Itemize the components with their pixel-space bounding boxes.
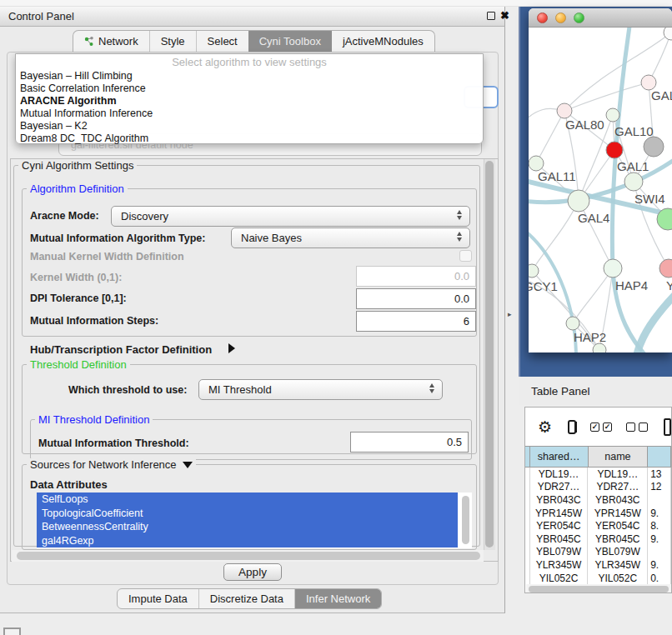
tab-style[interactable]: Style (149, 31, 196, 52)
list-scrollbar[interactable] (462, 496, 469, 544)
network-window-titlebar[interactable] (529, 8, 672, 28)
bottom-tab-impute-data[interactable]: Impute Data (118, 589, 198, 608)
table-cell: YER054C (530, 519, 589, 532)
table-panel-titlebar[interactable]: Table Panel (519, 377, 672, 405)
dpi-tolerance-input[interactable]: 0.0 (356, 288, 476, 309)
table-row[interactable]: YER054CYER054C8. (525, 519, 671, 532)
table-row[interactable]: YPR145WYPR145W9. (525, 507, 671, 520)
algorithm-option[interactable]: Mutual Information Inference (16, 108, 483, 120)
graph-node[interactable] (664, 28, 672, 40)
algorithm-option[interactable]: Basic Correlation Inference (16, 82, 483, 95)
graph-node[interactable] (604, 259, 622, 278)
screen: Control Panel ✖ NetworkStyleSelectCyni T… (0, 0, 672, 635)
settings-vscrollbar-thumb[interactable] (485, 161, 494, 548)
tab-label: Select (208, 35, 238, 48)
bottom-tab-discretize-data[interactable]: Discretize Data (198, 589, 294, 608)
algorithm-option[interactable]: Dream8 DC_TDC Algorithm (16, 132, 483, 145)
graph-node[interactable] (659, 259, 672, 278)
aracne-mode-combo[interactable]: Discovery (111, 206, 470, 227)
mi-threshold-input[interactable]: 0.5 (350, 432, 469, 452)
mi-type-label: Mutual Information Algorithm Type: (30, 232, 205, 244)
graph-node-label: GAL11 (538, 169, 576, 183)
graph-node[interactable] (624, 172, 643, 191)
graph-node[interactable] (644, 137, 664, 157)
graph-node[interactable] (606, 142, 623, 158)
tab-cyni-toolbox[interactable]: Cyni Toolbox (248, 31, 332, 52)
tab-select[interactable]: Select (196, 31, 248, 52)
graph-node[interactable] (593, 343, 606, 352)
settings-hscrollbar-thumb[interactable] (17, 552, 480, 560)
splitter-arrow-icon[interactable]: ▸ (508, 310, 512, 318)
unchecked-pair-icon[interactable] (626, 422, 648, 432)
kernel-width-input[interactable]: 0.0 (356, 266, 476, 287)
graph-edge-thick[interactable] (635, 286, 672, 352)
tab-network[interactable]: Network (73, 31, 149, 52)
table-row[interactable]: YBR043CYBR043C (525, 493, 671, 507)
column-header-shared[interactable]: shared… (530, 447, 589, 467)
graph-node[interactable] (606, 108, 619, 122)
graph-edge[interactable] (573, 268, 613, 323)
collapse-arrow-icon[interactable] (183, 458, 193, 471)
network-canvas[interactable]: GAL80GAL10GAL7GAL11GAL1SWI4GAL4GCY1HAP4Y… (529, 28, 672, 352)
algorithm-option[interactable]: ARACNE Algorithm (16, 95, 483, 108)
table-cell: 12 (648, 481, 671, 494)
manual-kernel-checkbox[interactable] (459, 250, 472, 262)
attribute-item[interactable]: TopologicalCoefficient (37, 507, 458, 521)
attribute-item[interactable]: SelfLoops (37, 492, 458, 507)
bottom-tab-infer-network[interactable]: Infer Network (294, 589, 381, 608)
table-header: shared…name (525, 446, 671, 468)
document-icon[interactable] (664, 418, 671, 436)
corner-widget-icon[interactable] (3, 628, 21, 635)
table-row[interactable]: YIL052CYIL052C0. (525, 572, 671, 584)
table-cell: 9. (648, 558, 671, 572)
which-threshold-combo[interactable]: MI Threshold (198, 379, 443, 400)
graph-edge[interactable] (536, 111, 564, 163)
control-panel-titlebar[interactable]: Control Panel ✖ (0, 7, 505, 27)
restore-icon[interactable] (487, 12, 495, 20)
apply-button[interactable]: Apply (223, 563, 282, 581)
table-cell: YBL079W (588, 546, 648, 559)
close-icon[interactable]: ✖ (500, 9, 509, 22)
algorithm-option[interactable]: Bayesian – K2 (16, 120, 483, 132)
column-header-name[interactable]: name (589, 447, 649, 467)
table-cell: YBR043C (530, 493, 589, 507)
apply-button-label: Apply (238, 566, 267, 578)
zoom-traffic-light-icon[interactable] (574, 12, 584, 23)
attribute-item[interactable]: gal4RGexp (37, 534, 458, 548)
table-panel-title: Table Panel (531, 385, 590, 398)
table-row[interactable]: YDL19…YDL19…13 (525, 468, 671, 481)
minimize-traffic-light-icon[interactable] (555, 12, 566, 23)
graph-edge[interactable] (564, 82, 649, 111)
tab-label: Style (161, 35, 185, 48)
table-row[interactable]: YLR345WYLR345W9. (525, 558, 671, 572)
graph-node[interactable] (568, 190, 589, 212)
table-hscrollbar[interactable] (526, 584, 671, 593)
graph-edge[interactable] (649, 32, 671, 82)
table-cell: YBR043C (588, 493, 648, 507)
checked-pair-icon[interactable]: ✓✓ (590, 422, 612, 432)
mi-steps-input[interactable]: 6 (356, 311, 476, 332)
gear-icon[interactable]: ⚙ (538, 418, 552, 437)
graph-node[interactable] (557, 103, 572, 118)
graph-edge[interactable] (532, 201, 579, 271)
column-header[interactable] (648, 447, 671, 467)
table-cell: YDL19… (588, 468, 648, 481)
table-row[interactable]: YBR045CYBR045C9. (525, 532, 671, 546)
dpi-tolerance-value: 0.0 (454, 292, 469, 305)
attribute-item[interactable]: BetweennessCentrality (37, 520, 458, 534)
tab-jactivemnodules[interactable]: jActiveMNodules (332, 31, 434, 52)
algorithm-option[interactable]: Bayesian – Hill Climbing (16, 70, 483, 82)
data-attributes-list[interactable]: SelfLoopsTopologicalCoefficientBetweenne… (37, 492, 472, 548)
mi-type-combo[interactable]: Naive Bayes (231, 228, 470, 248)
table-cell: YDR27… (588, 481, 648, 494)
close-traffic-light-icon[interactable] (537, 12, 548, 23)
table-hscrollbar-thumb[interactable] (529, 586, 669, 592)
columns-icon[interactable] (568, 420, 576, 434)
table-row[interactable]: YDR27…YDR27…12 (525, 481, 671, 494)
network-view-window[interactable]: GAL80GAL10GAL7GAL11GAL1SWI4GAL4GCY1HAP4Y… (529, 8, 672, 352)
graph-node[interactable] (529, 264, 539, 278)
graph-node[interactable] (566, 317, 579, 330)
table-row[interactable]: YBL079WYBL079W (525, 546, 671, 559)
expand-arrow-icon[interactable] (228, 342, 235, 357)
graph-node-label: Y (666, 278, 672, 292)
